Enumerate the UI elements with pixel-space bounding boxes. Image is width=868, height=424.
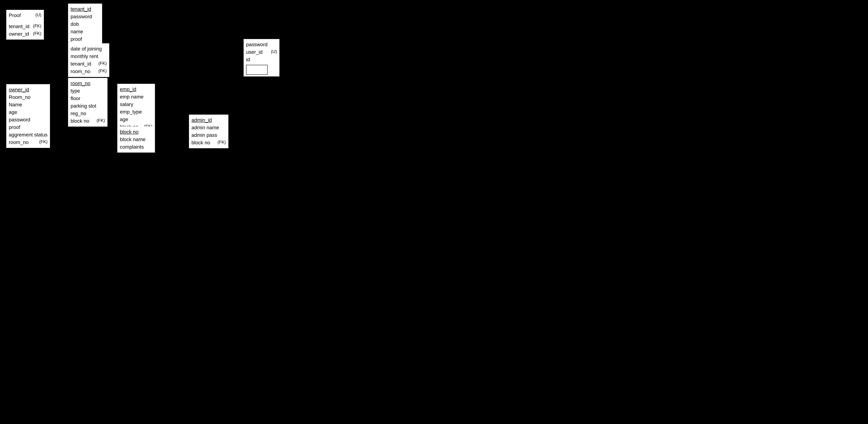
tenant-field-dob: dob [70,21,100,28]
employee-entity: emp_id emp name salary emp_type age bloc… [117,84,155,132]
proof-field-proof: Proof (U) [9,12,41,19]
admin-entity: admin_id admin name admin pass block no … [189,115,228,148]
user-field-id: id [246,56,277,63]
tenant-field-id: tenant_id [70,5,100,13]
user-field-password: password [246,41,277,48]
rental-field-doj: date of joining [70,45,107,53]
tenant-field-password: password [70,13,100,21]
admin-field-id: admin_id [191,117,226,124]
room-field-floor: floor [70,95,105,102]
proof-entity: Proof (U) tenant_id (FK) owner_id (FK) [6,10,44,39]
owner-field-roomno: Room_no [9,94,48,101]
owner-field-age: age [9,108,48,116]
admin-field-blockno: block no (FK) [191,139,226,146]
user-entity: password user_id (U) id [244,39,279,76]
admin-field-name: admin name [191,124,226,131]
owner-field-name: Name [9,101,48,108]
owner-field-password: password [9,116,48,124]
room-field-blockno: block no (FK) [70,117,105,125]
owner-entity: owner_id Room_no Name age password proof… [6,84,50,148]
room-field-no: room_no [70,80,105,87]
owner-field-status: aggrement status [9,131,48,139]
proof-field-owner-id: owner_id (FK) [9,30,41,38]
block-field-no: block no [120,128,152,136]
room-entity: room_no type floor parking slot reg_no b… [68,78,107,127]
rental-entity: date of joining monthly rent tenant_id (… [68,43,109,77]
room-field-type: type [70,87,105,95]
emp-field-salary: salary [120,101,152,108]
room-field-parking: parking slot [70,102,105,110]
block-entity: block no block name complaints [117,126,155,153]
owner-field-id: owner_id [9,86,48,94]
emp-field-name: emp name [120,93,152,101]
block-field-complaints: complaints [120,143,152,151]
owner-field-proof: proof [9,124,48,131]
user-field-userid: user_id (U) [246,48,277,56]
emp-field-id: emp_id [120,86,152,93]
admin-field-pass: admin pass [191,131,226,139]
emp-field-age: age [120,116,152,123]
owner-field-roomno-fk: room_no (FK) [9,139,48,146]
rental-field-rent: monthly rent [70,53,107,60]
emp-field-type: emp_type [120,108,152,116]
rental-field-tenant-id: tenant_id (FK) [70,60,107,68]
tenant-field-name: name [70,28,100,35]
block-field-name: block name [120,136,152,143]
user-inner-box [246,65,268,75]
tenant-field-proof: proof [70,35,100,43]
rental-field-room-no: room_no (FK) [70,68,107,75]
proof-field-tenant-id: tenant_id (FK) [9,23,41,30]
tenant-entity: tenant_id password dob name proof [68,4,102,45]
room-field-regno: reg_no [70,110,105,117]
